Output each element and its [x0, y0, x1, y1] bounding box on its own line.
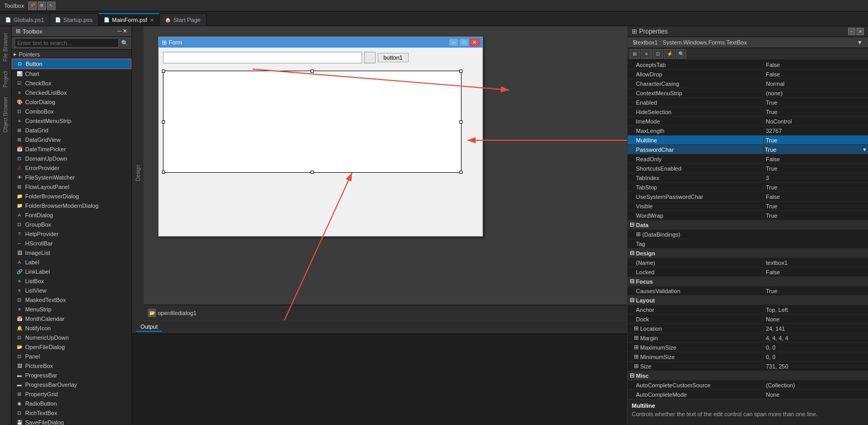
form-minimize-btn[interactable]: ─ [449, 39, 458, 46]
passwordchar-dropdown-arrow[interactable]: ▼ [862, 147, 867, 152]
form-textarea[interactable] [163, 71, 462, 173]
sel-handle-tm[interactable] [311, 70, 314, 73]
prop-row-maximumsize[interactable]: ⊞MaximumSize 0, 0 [628, 343, 868, 352]
prop-row-readonly[interactable]: ReadOnly False [628, 154, 868, 164]
props-properties-btn[interactable]: ⊡ [653, 49, 663, 59]
output-tab-output[interactable]: Output [136, 322, 162, 332]
prop-row-dock[interactable]: Dock None [628, 315, 868, 324]
form-textbox-top[interactable] [163, 52, 362, 63]
tab-mainform[interactable]: 📄 MainForm.psf ✕ [98, 13, 160, 26]
prop-row-shortcutsenabled[interactable]: ShortcutsEnabled True [628, 164, 868, 173]
prop-row-enabled[interactable]: Enabled True [628, 98, 868, 107]
toolbox-item-helpprovider[interactable]: ? HelpProvider [12, 229, 131, 239]
props-categorized-btn[interactable]: ⊞ [630, 49, 640, 59]
toolbox-item-savefiledialog[interactable]: 💾 SaveFileDialog [12, 418, 131, 425]
prop-row-name[interactable]: (Name) textbox1 [628, 258, 868, 267]
prop-row-tabstop[interactable]: TabStop True [628, 183, 868, 192]
prop-row-locked[interactable]: Locked False [628, 267, 868, 277]
toolbox-item-maskedtextbox[interactable]: ⊡ MaskedTextBox [12, 295, 131, 305]
prop-row-contextmenustrip[interactable]: ContextMenuStrip (none) [628, 88, 868, 98]
project-label[interactable]: Project [3, 67, 8, 92]
prop-row-maxlength[interactable]: MaxLength 32767 [628, 126, 868, 136]
prop-row-misc-category[interactable]: ⊟Misc [628, 371, 868, 381]
props-alphabetical-btn[interactable]: ≡ [641, 49, 652, 59]
form-window[interactable]: ⊞ Form ─ □ ✕ … button1 [158, 37, 483, 237]
prop-row-autocompletemode[interactable]: AutoCompleteMode None [628, 390, 868, 399]
toolbox-item-linklabel[interactable]: 🔗 LinkLabel [12, 267, 131, 276]
tab-startup[interactable]: 📄 Startup.pss [50, 13, 98, 26]
props-close-btn[interactable]: ✕ [856, 28, 864, 35]
toolbox-item-progressbaroverlay[interactable]: ▬ ProgressBarOverlay [12, 380, 131, 389]
form-button1[interactable]: button1 [378, 53, 409, 62]
prop-row-usesystempasswordchar[interactable]: UseSystemPasswordChar False [628, 192, 868, 202]
toolbox-item-imagelist[interactable]: 🖼 ImageList [12, 248, 131, 258]
toolbox-item-datagridview[interactable]: ⊞ DataGridView [12, 135, 131, 144]
sel-handle-mr[interactable] [459, 120, 463, 124]
prop-row-design-category[interactable]: ⊟Design [628, 249, 868, 258]
sel-handle-tr[interactable] [459, 70, 463, 73]
toolbox-item-folderbrowserdialog[interactable]: 📁 FolderBrowserDialog [12, 192, 131, 201]
prop-row-allowdrop[interactable]: AllowDrop False [628, 70, 868, 79]
toolbox-item-hscrollbar[interactable]: ↔ HScrollBar [12, 239, 131, 248]
prop-row-hideselection[interactable]: HideSelection True [628, 107, 868, 117]
toolbox-item-notifyicon[interactable]: 🔔 NotifyIcon [12, 323, 131, 333]
toolbox-item-picturebox[interactable]: 🖼 PictureBox [12, 361, 131, 371]
sel-handle-bm[interactable] [311, 171, 314, 174]
toolbox-item-datetimepicker[interactable]: 📅 DateTimePicker [12, 144, 131, 154]
tab-mainform-close[interactable]: ✕ [150, 17, 154, 23]
tab-globals[interactable]: 📄 Globals.ps1 [0, 13, 50, 26]
toolbox-item-domainupdown[interactable]: ⊡ DomainUpDown [12, 154, 131, 163]
prop-row-visible[interactable]: Visible True [628, 202, 868, 211]
prop-row-wordwrap[interactable]: WordWrap True [628, 211, 868, 220]
form-maximize-btn[interactable]: □ [459, 39, 469, 46]
toolbox-item-progressbar[interactable]: ▬ ProgressBar [12, 371, 131, 380]
prop-row-minimumsize[interactable]: ⊞MinimumSize 0, 0 [628, 352, 868, 362]
sel-handle-ml[interactable] [162, 120, 165, 124]
prop-row-layout-category[interactable]: ⊟Layout [628, 296, 868, 305]
toolbox-item-checkbox[interactable]: ☑ CheckBox [12, 79, 131, 88]
toolbox-item-openfiledialog[interactable]: 📂 OpenFileDialog [12, 342, 131, 352]
toolbox-item-fontdialog[interactable]: A FontDialog [12, 210, 131, 220]
toolbox-cursor-btn[interactable]: ↖ [47, 2, 56, 10]
toolbox-pin-btn[interactable]: 📌 [28, 2, 37, 10]
prop-row-tag[interactable]: Tag [628, 239, 868, 249]
toolbox-item-button[interactable]: ⊡ Button [12, 59, 131, 69]
form-close-btn[interactable]: ✕ [470, 39, 479, 46]
toolbox-item-flowlayoutpanel[interactable]: ⊞ FlowLayoutPanel [12, 182, 131, 192]
toolbox-item-contextmenustrip[interactable]: ≡ ContextMenuStrip [12, 116, 131, 126]
props-minimize-btn[interactable]: ─ [848, 28, 855, 35]
toolbox-item-chart[interactable]: 📊 Chart [12, 69, 131, 79]
toolbox-item-monthcalendar[interactable]: 📅 MonthCalendar [12, 314, 131, 323]
file-browser-label[interactable]: File Browser [3, 28, 8, 66]
prop-row-anchor[interactable]: Anchor Top, Left [628, 305, 868, 315]
prop-row-location[interactable]: ⊞Location 24, 141 [628, 324, 868, 333]
props-search-btn[interactable]: 🔍 [676, 49, 686, 59]
prop-row-autocompletecustomsource[interactable]: AutoCompleteCustomSource (Collection) [628, 381, 868, 390]
toolbox-item-filesystemwatcher[interactable]: 👁 FileSystemWatcher [12, 173, 131, 182]
form-small-btn[interactable]: … [364, 52, 376, 63]
form-body[interactable]: … button1 [159, 48, 482, 236]
toolbox-item-errorprovider[interactable]: ⚠ ErrorProvider [12, 163, 131, 173]
props-object-selector[interactable]: $textbox1 : System.Windows.Forms.TextBox… [628, 37, 868, 48]
toolbox-item-radiobutton[interactable]: ◉ RadioButton [12, 399, 131, 408]
toolbox-item-colordialog[interactable]: 🎨 ColorDialog [12, 97, 131, 107]
props-events-btn[interactable]: ⚡ [664, 49, 675, 59]
toolbox-item-groupbox[interactable]: ⊡ GroupBox [12, 220, 131, 229]
prop-row-size[interactable]: ⊞Size 731, 250 [628, 362, 868, 371]
toolbox-item-pointers[interactable]: ▸ Pointers [12, 50, 131, 59]
prop-row-imemode[interactable]: ImeMode NoControl [628, 117, 868, 126]
prop-row-tabindex[interactable]: TabIndex 3 [628, 173, 868, 183]
toolbox-item-propertygrid[interactable]: ⊞ PropertyGrid [12, 389, 131, 399]
prop-row-databindings[interactable]: ⊞(DataBindings) [628, 230, 868, 239]
prop-row-data-category[interactable]: ⊟Data [628, 220, 868, 230]
prop-row-passwordchar[interactable]: PasswordChar True ▼ [628, 145, 868, 154]
prop-row-multiline[interactable]: Multiline True [628, 136, 868, 145]
toolbox-item-combobox[interactable]: ⊡ ComboBox [12, 107, 131, 116]
toolbox-item-menustrip[interactable]: ≡ MenuStrip [12, 305, 131, 314]
toolbox-item-checkedlistbox[interactable]: ≡ CheckedListBox [12, 88, 131, 97]
sel-handle-tl[interactable] [162, 70, 165, 73]
toolbox-search-input[interactable] [15, 38, 119, 48]
toolbox-item-listbox[interactable]: ≡ ListBox [12, 276, 131, 286]
toolbox-item-richtextbox[interactable]: ⊡ RichTextBox [12, 408, 131, 418]
prop-row-causesvalidation[interactable]: CausesValidation True [628, 286, 868, 296]
